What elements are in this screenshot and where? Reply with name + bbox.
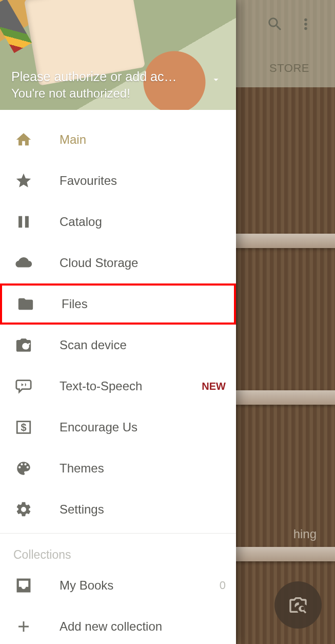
folder-icon — [16, 295, 35, 313]
nav-item-favourites[interactable]: Favourites — [0, 160, 236, 201]
cloud-icon — [14, 254, 33, 272]
nav-item-encourage[interactable]: $ Encourage Us — [0, 407, 236, 448]
star-icon — [14, 172, 33, 190]
add-collection[interactable]: Add new collection — [0, 606, 236, 644]
dollar-icon: $ — [14, 418, 33, 437]
nav-item-files[interactable]: Files — [0, 283, 236, 325]
scan-fab[interactable] — [274, 581, 322, 629]
palette-icon — [14, 459, 33, 478]
chevron-down-icon[interactable] — [210, 74, 222, 85]
auth-title: Please authorize or add acco… — [11, 69, 178, 84]
nav-item-settings[interactable]: Settings — [0, 489, 236, 530]
divider — [0, 533, 236, 534]
nav-item-cloud-storage[interactable]: Cloud Storage — [0, 242, 236, 283]
camera-scan-icon — [14, 336, 33, 354]
nav-item-tts[interactable]: Text-to-Speech NEW — [0, 366, 236, 407]
speech-icon — [14, 377, 33, 395]
nav-label: Files — [62, 297, 88, 311]
nav-label: Main — [60, 132, 86, 147]
collection-my-books[interactable]: My Books 0 — [0, 565, 236, 606]
nav-label: Themes — [60, 461, 104, 476]
nav-label: Encourage Us — [60, 420, 137, 434]
nav-label: Text-to-Speech — [60, 379, 142, 393]
camera-search-icon — [288, 595, 308, 615]
tab-store[interactable]: STORE — [269, 62, 309, 75]
nav-menu: Main Favourites Catalog Cloud Storage Fi… — [0, 110, 236, 644]
nav-item-main[interactable]: Main — [0, 119, 236, 160]
nav-item-catalog[interactable]: Catalog — [0, 201, 236, 242]
collection-count: 0 — [220, 579, 226, 592]
more-icon[interactable] — [297, 15, 314, 33]
add-collection-label: Add new collection — [60, 619, 162, 634]
auth-subtitle: You're not authorized! — [11, 86, 215, 101]
drawer-header[interactable]: Please authorize or add acco… You're not… — [0, 0, 236, 110]
catalog-icon — [14, 213, 33, 231]
nav-label: Cloud Storage — [60, 256, 138, 270]
section-collections: Collections — [0, 539, 236, 565]
gear-icon — [14, 500, 33, 519]
inbox-icon — [14, 576, 33, 595]
collection-label: My Books — [60, 578, 113, 593]
new-badge: NEW — [202, 381, 226, 392]
nav-item-themes[interactable]: Themes — [0, 448, 236, 489]
nav-label: Scan device — [60, 338, 127, 352]
search-icon[interactable] — [266, 15, 284, 33]
nav-label: Settings — [60, 502, 104, 517]
hint-text: hing — [293, 527, 317, 541]
svg-text:$: $ — [21, 422, 26, 433]
nav-label: Favourites — [60, 174, 117, 188]
nav-label: Catalog — [60, 215, 102, 229]
plus-icon — [14, 617, 33, 636]
nav-drawer: Please authorize or add acco… You're not… — [0, 0, 236, 644]
nav-item-scan-device[interactable]: Scan device — [0, 325, 236, 366]
home-icon — [14, 130, 33, 149]
